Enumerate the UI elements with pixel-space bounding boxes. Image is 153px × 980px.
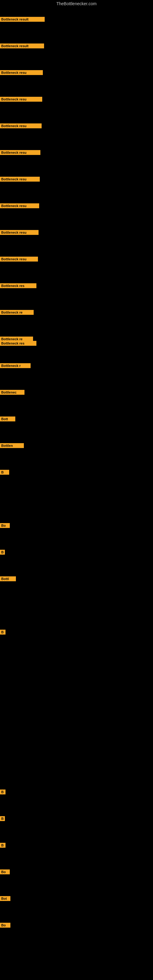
- bottleneck-badge: Bottlen: [0, 443, 24, 448]
- bottleneck-badge: Bottleneck re: [0, 310, 33, 315]
- list-item: Bottleneck r: [0, 363, 30, 368]
- list-item: Bo: [0, 523, 10, 528]
- list-item: Bottl: [0, 576, 16, 581]
- list-item: Bot: [0, 896, 10, 901]
- bottleneck-badge: Bo: [0, 523, 10, 528]
- list-item: Bottleneck result: [0, 43, 44, 48]
- bottleneck-badge: Bottleneck res: [0, 283, 37, 288]
- bottleneck-badge: Bottleneck res: [0, 341, 37, 346]
- bottleneck-badge: Bottleneck resu: [0, 177, 40, 181]
- bottleneck-badge: B: [0, 550, 5, 555]
- list-item: Bottleneck resu: [0, 150, 40, 155]
- bottleneck-badge: B: [0, 630, 5, 635]
- bottleneck-badge: Bo: [0, 923, 10, 928]
- bottleneck-badge: B: [0, 816, 5, 821]
- bottleneck-badge: Bottleneck resu: [0, 97, 42, 102]
- bottleneck-badge: Bottleneck resu: [0, 204, 39, 208]
- list-item: Bott: [0, 417, 15, 422]
- list-item: B: [0, 789, 5, 794]
- bottleneck-badge: Bottleneck resu: [0, 123, 41, 128]
- bottleneck-badge: B: [0, 470, 9, 475]
- list-item: B: [0, 843, 5, 848]
- bottleneck-badge: Bottl: [0, 576, 16, 581]
- list-item: Bottleneck res: [0, 283, 37, 288]
- bottleneck-badge: Bottleneck r: [0, 363, 30, 368]
- bottleneck-badge: Bottleneck resu: [0, 230, 38, 235]
- list-item: Bottleneck resu: [0, 257, 38, 261]
- list-item: B: [0, 816, 5, 821]
- list-item: Bottleneck resu: [0, 230, 38, 235]
- bottleneck-badge: Bottleneck result: [0, 43, 44, 48]
- list-item: Bottleneck resu: [0, 70, 43, 75]
- bottleneck-badge: Bottleneck resu: [0, 150, 40, 155]
- bottleneck-badge: Bottlenec: [0, 390, 24, 395]
- list-item: Bottleneck result: [0, 17, 45, 22]
- bottleneck-badge: Bot: [0, 896, 10, 901]
- bottleneck-badge: B: [0, 789, 5, 794]
- bottleneck-badge: Bottleneck result: [0, 17, 45, 22]
- list-item: Bo: [0, 923, 10, 928]
- list-item: Bottleneck resu: [0, 177, 40, 181]
- list-item: Bottlen: [0, 443, 24, 448]
- list-item: Bottleneck resu: [0, 123, 41, 128]
- list-item: Bo: [0, 869, 10, 874]
- list-item: Bottleneck resu: [0, 204, 39, 208]
- site-title: TheBottlenecker.com: [0, 0, 153, 7]
- list-item: B: [0, 470, 9, 475]
- bottleneck-badge: Bott: [0, 417, 15, 422]
- list-item: Bottlenec: [0, 390, 24, 395]
- bottleneck-badge: Bo: [0, 869, 10, 874]
- bottleneck-badge: Bottleneck resu: [0, 257, 38, 261]
- list-item: Bottleneck res: [0, 341, 37, 346]
- bottleneck-badge: Bottleneck resu: [0, 70, 43, 75]
- bottleneck-badge: B: [0, 843, 5, 848]
- list-item: B: [0, 630, 5, 635]
- list-item: Bottleneck resu: [0, 97, 42, 102]
- list-item: Bottleneck re: [0, 310, 33, 315]
- list-item: B: [0, 550, 5, 555]
